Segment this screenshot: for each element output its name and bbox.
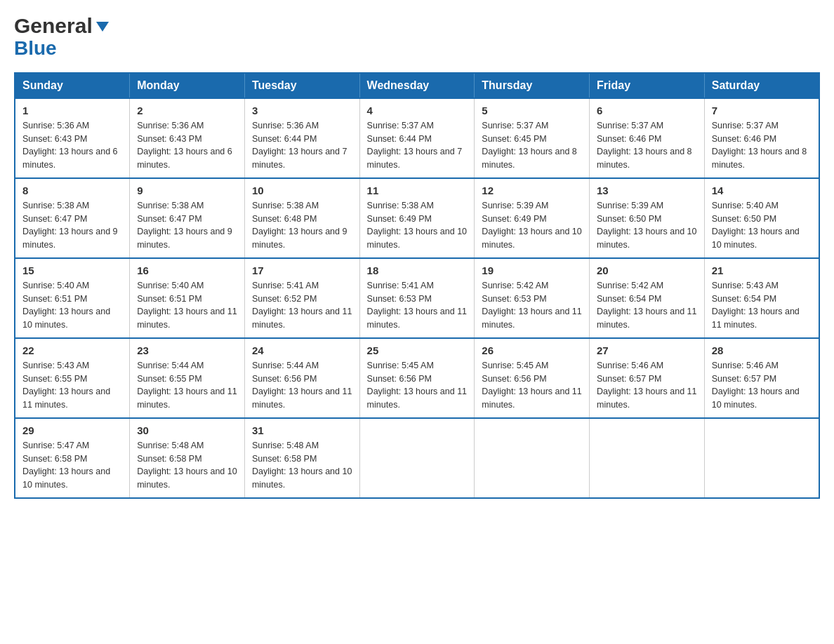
calendar-cell: 16Sunrise: 5:40 AMSunset: 6:51 PMDayligh… [130,258,245,338]
day-number: 2 [137,105,237,116]
calendar-table: SundayMondayTuesdayWednesdayThursdayFrid… [14,72,820,499]
day-info: Sunrise: 5:45 AMSunset: 6:56 PMDaylight:… [367,359,468,412]
calendar-cell: 30Sunrise: 5:48 AMSunset: 6:58 PMDayligh… [130,418,245,498]
calendar-cell: 7Sunrise: 5:37 AMSunset: 6:46 PMDaylight… [704,98,819,178]
calendar-header-sunday: Sunday [15,73,130,98]
calendar-cell: 14Sunrise: 5:40 AMSunset: 6:50 PMDayligh… [704,178,819,258]
calendar-week-5: 29Sunrise: 5:47 AMSunset: 6:58 PMDayligh… [15,418,819,498]
calendar-cell: 1Sunrise: 5:36 AMSunset: 6:43 PMDaylight… [15,98,130,178]
day-number: 10 [252,185,352,196]
calendar-header-tuesday: Tuesday [244,73,359,98]
calendar-week-3: 15Sunrise: 5:40 AMSunset: 6:51 PMDayligh… [15,258,819,338]
day-number: 1 [22,105,122,116]
day-number: 3 [252,105,352,116]
calendar-cell: 28Sunrise: 5:46 AMSunset: 6:57 PMDayligh… [704,338,819,418]
logo: General Blue [14,14,110,60]
day-number: 7 [712,105,812,116]
calendar-cell: 29Sunrise: 5:47 AMSunset: 6:58 PMDayligh… [15,418,130,498]
day-info: Sunrise: 5:42 AMSunset: 6:53 PMDaylight:… [482,279,582,332]
calendar-cell: 5Sunrise: 5:37 AMSunset: 6:45 PMDaylight… [475,98,590,178]
calendar-cell: 15Sunrise: 5:40 AMSunset: 6:51 PMDayligh… [15,258,130,338]
calendar-cell [590,418,705,498]
calendar-cell [359,418,475,498]
calendar-cell: 9Sunrise: 5:38 AMSunset: 6:47 PMDaylight… [130,178,245,258]
day-info: Sunrise: 5:40 AMSunset: 6:51 PMDaylight:… [137,279,237,332]
calendar-cell: 8Sunrise: 5:38 AMSunset: 6:47 PMDaylight… [15,178,130,258]
day-number: 27 [597,344,697,356]
calendar-cell: 3Sunrise: 5:36 AMSunset: 6:44 PMDaylight… [244,98,359,178]
day-info: Sunrise: 5:36 AMSunset: 6:43 PMDaylight:… [22,119,122,172]
day-info: Sunrise: 5:48 AMSunset: 6:58 PMDaylight:… [137,439,237,492]
day-info: Sunrise: 5:38 AMSunset: 6:48 PMDaylight:… [252,199,352,252]
day-info: Sunrise: 5:48 AMSunset: 6:58 PMDaylight:… [252,439,352,492]
calendar-header-thursday: Thursday [475,73,590,98]
calendar-week-1: 1Sunrise: 5:36 AMSunset: 6:43 PMDaylight… [15,98,819,178]
calendar-cell: 27Sunrise: 5:46 AMSunset: 6:57 PMDayligh… [590,338,705,418]
calendar-cell [475,418,590,498]
day-number: 14 [712,185,812,196]
calendar-cell: 11Sunrise: 5:38 AMSunset: 6:49 PMDayligh… [359,178,475,258]
day-info: Sunrise: 5:38 AMSunset: 6:47 PMDaylight:… [137,199,237,252]
day-number: 24 [252,344,352,356]
day-info: Sunrise: 5:37 AMSunset: 6:44 PMDaylight:… [367,119,468,172]
day-number: 8 [22,185,122,196]
calendar-cell: 13Sunrise: 5:39 AMSunset: 6:50 PMDayligh… [590,178,705,258]
calendar-cell: 4Sunrise: 5:37 AMSunset: 6:44 PMDaylight… [359,98,475,178]
calendar-cell [704,418,819,498]
day-number: 13 [597,185,697,196]
calendar-header-saturday: Saturday [704,73,819,98]
logo-general: General [14,14,93,38]
day-info: Sunrise: 5:42 AMSunset: 6:54 PMDaylight:… [597,279,697,332]
day-info: Sunrise: 5:38 AMSunset: 6:49 PMDaylight:… [367,199,468,252]
day-number: 16 [137,264,237,276]
calendar-cell: 21Sunrise: 5:43 AMSunset: 6:54 PMDayligh… [704,258,819,338]
calendar-cell: 10Sunrise: 5:38 AMSunset: 6:48 PMDayligh… [244,178,359,258]
day-info: Sunrise: 5:39 AMSunset: 6:49 PMDaylight:… [482,199,582,252]
day-info: Sunrise: 5:41 AMSunset: 6:52 PMDaylight:… [252,279,352,332]
day-number: 21 [712,264,812,276]
svg-marker-0 [96,22,109,32]
day-number: 11 [367,185,468,196]
day-info: Sunrise: 5:47 AMSunset: 6:58 PMDaylight:… [22,439,122,492]
day-number: 18 [367,264,468,276]
day-number: 23 [137,344,237,356]
day-number: 6 [597,105,697,116]
calendar-header-row: SundayMondayTuesdayWednesdayThursdayFrid… [15,73,819,98]
day-number: 29 [22,424,122,436]
day-info: Sunrise: 5:37 AMSunset: 6:45 PMDaylight:… [482,119,582,172]
day-info: Sunrise: 5:37 AMSunset: 6:46 PMDaylight:… [712,119,812,172]
calendar-header-wednesday: Wednesday [359,73,475,98]
day-info: Sunrise: 5:46 AMSunset: 6:57 PMDaylight:… [712,359,812,412]
day-info: Sunrise: 5:44 AMSunset: 6:56 PMDaylight:… [252,359,352,412]
day-info: Sunrise: 5:36 AMSunset: 6:43 PMDaylight:… [137,119,237,172]
calendar-header-monday: Monday [130,73,245,98]
day-number: 28 [712,344,812,356]
day-info: Sunrise: 5:43 AMSunset: 6:55 PMDaylight:… [22,359,122,412]
calendar-cell: 26Sunrise: 5:45 AMSunset: 6:56 PMDayligh… [475,338,590,418]
day-info: Sunrise: 5:44 AMSunset: 6:55 PMDaylight:… [137,359,237,412]
day-info: Sunrise: 5:43 AMSunset: 6:54 PMDaylight:… [712,279,812,332]
calendar-cell: 18Sunrise: 5:41 AMSunset: 6:53 PMDayligh… [359,258,475,338]
day-number: 31 [252,424,352,436]
day-info: Sunrise: 5:40 AMSunset: 6:51 PMDaylight:… [22,279,122,332]
day-info: Sunrise: 5:41 AMSunset: 6:53 PMDaylight:… [367,279,468,332]
day-number: 26 [482,344,582,356]
calendar-cell: 23Sunrise: 5:44 AMSunset: 6:55 PMDayligh… [130,338,245,418]
calendar-cell: 19Sunrise: 5:42 AMSunset: 6:53 PMDayligh… [475,258,590,338]
day-info: Sunrise: 5:45 AMSunset: 6:56 PMDaylight:… [482,359,582,412]
day-info: Sunrise: 5:39 AMSunset: 6:50 PMDaylight:… [597,199,697,252]
day-number: 30 [137,424,237,436]
day-info: Sunrise: 5:46 AMSunset: 6:57 PMDaylight:… [597,359,697,412]
day-number: 25 [367,344,468,356]
calendar-cell: 17Sunrise: 5:41 AMSunset: 6:52 PMDayligh… [244,258,359,338]
day-number: 12 [482,185,582,196]
logo-blue: Blue [14,38,57,60]
day-number: 17 [252,264,352,276]
day-number: 15 [22,264,122,276]
day-number: 22 [22,344,122,356]
calendar-cell: 31Sunrise: 5:48 AMSunset: 6:58 PMDayligh… [244,418,359,498]
day-number: 20 [597,264,697,276]
calendar-week-2: 8Sunrise: 5:38 AMSunset: 6:47 PMDaylight… [15,178,819,258]
calendar-header-friday: Friday [590,73,705,98]
day-info: Sunrise: 5:37 AMSunset: 6:46 PMDaylight:… [597,119,697,172]
